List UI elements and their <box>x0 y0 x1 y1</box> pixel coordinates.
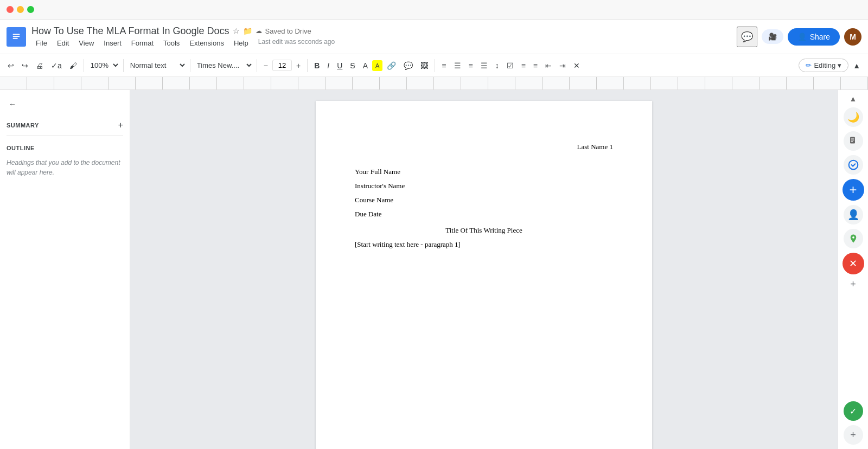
menu-file[interactable]: File <box>31 38 52 48</box>
paint-format-button[interactable]: 🖌 <box>66 59 80 72</box>
separator-6 <box>435 59 435 72</box>
bold-button[interactable]: B <box>311 59 323 72</box>
comment-button[interactable]: 💬 <box>737 27 757 47</box>
line-spacing-button[interactable]: ↕ <box>492 59 502 72</box>
maximize-button[interactable] <box>27 6 34 13</box>
comment-inline-button[interactable]: 💬 <box>400 59 416 72</box>
last-edit: Last edit was seconds ago <box>258 38 335 48</box>
summary-divider <box>7 136 123 136</box>
increase-indent-button[interactable]: ⇥ <box>556 59 569 72</box>
separator-2 <box>123 59 124 72</box>
font-size-increase[interactable]: + <box>293 59 304 72</box>
text-color-button[interactable]: A <box>360 59 371 72</box>
svg-point-9 <box>852 236 854 239</box>
font-size-control: − + <box>260 59 304 72</box>
outline-hint: Headings that you add to the document wi… <box>7 158 123 177</box>
meet-icon: 🎥 <box>768 33 777 41</box>
menu-view[interactable]: View <box>74 38 98 48</box>
star-icon[interactable]: ☆ <box>233 27 240 35</box>
menu-bar: File Edit View Insert Format Tools Exten… <box>31 38 731 48</box>
decrease-indent-button[interactable]: ⇤ <box>542 59 555 72</box>
add-small-button[interactable]: + <box>850 279 856 290</box>
svg-rect-2 <box>13 36 20 37</box>
meet-button[interactable]: 🎥 <box>762 29 783 44</box>
dark-mode-icon[interactable]: 🌙 <box>844 107 863 127</box>
underline-button[interactable]: U <box>334 59 346 72</box>
image-button[interactable]: 🖼 <box>417 59 431 72</box>
docs-panel-icon[interactable] <box>844 131 863 151</box>
undo-button[interactable]: ↩ <box>4 59 17 72</box>
checklist-button[interactable]: ☑ <box>503 59 517 72</box>
document-page[interactable]: Last Name 1 Your Full Name Instructor's … <box>316 101 652 449</box>
svg-rect-5 <box>851 139 854 139</box>
collapse-toolbar-button[interactable]: ▲ <box>850 59 864 72</box>
tasks-icon[interactable] <box>844 155 863 175</box>
align-center-button[interactable]: ☰ <box>451 59 464 72</box>
user-avatar[interactable]: M <box>844 28 861 46</box>
maps-icon[interactable] <box>844 229 863 248</box>
paragraph-1[interactable]: [Start writing text here - paragraph 1] <box>355 238 613 252</box>
docs-logo <box>7 27 26 47</box>
back-arrow-icon: ← <box>9 100 16 108</box>
menu-extensions[interactable]: Extensions <box>185 38 228 48</box>
sidebar-summary-section: SUMMARY + <box>7 118 123 136</box>
doc-title-row: How To Use The MLA Format In Google Docs… <box>31 25 731 37</box>
menu-help[interactable]: Help <box>229 38 253 48</box>
align-justify-button[interactable]: ☰ <box>477 59 491 72</box>
doc-title: How To Use The MLA Format In Google Docs <box>31 25 229 37</box>
summary-title: SUMMARY <box>7 122 39 129</box>
italic-button[interactable]: I <box>324 59 333 72</box>
svg-rect-7 <box>851 141 853 142</box>
highlight-button[interactable]: A <box>372 60 382 71</box>
collapse-panel-button[interactable]: ▲ <box>850 94 857 103</box>
menu-edit[interactable]: Edit <box>53 38 73 48</box>
chevron-down-icon: ▾ <box>838 61 841 69</box>
writing-title: Title Of This Writing Piece <box>355 223 613 238</box>
font-size-input[interactable] <box>272 60 292 71</box>
course-name-line: Course Name <box>355 193 613 207</box>
minimize-button[interactable] <box>17 6 24 13</box>
align-right-button[interactable]: ≡ <box>465 59 476 72</box>
zoom-select[interactable]: 100% <box>87 59 120 72</box>
close-panel-icon[interactable]: ✕ <box>843 253 864 274</box>
strikethrough-button[interactable]: S <box>347 59 358 72</box>
spellcheck-button[interactable]: ✓a <box>48 59 65 72</box>
document-area[interactable]: Last Name 1 Your Full Name Instructor's … <box>130 90 838 449</box>
editing-mode-button[interactable]: ✏ Editing ▾ <box>799 59 848 72</box>
add-summary-button[interactable]: + <box>118 120 123 130</box>
print-button[interactable]: 🖨 <box>33 59 47 72</box>
author-name-line: Your Full Name <box>355 165 613 179</box>
numbered-list-button[interactable]: ≡ <box>530 59 541 72</box>
share-button[interactable]: 👤 Share <box>788 28 840 46</box>
font-select[interactable]: Times New.... <box>194 59 253 72</box>
text-style-select[interactable]: Normal text <box>127 59 187 72</box>
link-button[interactable]: 🔗 <box>384 59 399 72</box>
menu-tools[interactable]: Tools <box>159 38 184 48</box>
separator-4 <box>257 59 257 72</box>
bullet-list-button[interactable]: ≡ <box>518 59 529 72</box>
due-date-line: Due Date <box>355 207 613 221</box>
check-icon[interactable]: ✓ <box>844 401 863 421</box>
traffic-lights <box>7 6 34 13</box>
sidebar-back-button[interactable]: ← <box>7 97 123 112</box>
editing-mode-label: Editing <box>814 61 835 69</box>
header-right: 💬 🎥 👤 Share M <box>737 27 861 47</box>
separator-1 <box>84 59 84 72</box>
separator-3 <box>190 59 190 72</box>
right-panel: ▲ 🌙 + 👤 ✕ + ✓ + <box>838 90 868 449</box>
menu-format[interactable]: Format <box>127 38 158 48</box>
folder-icon[interactable]: 📁 <box>243 27 252 35</box>
align-left-button[interactable]: ≡ <box>438 59 449 72</box>
add-button[interactable]: + <box>843 179 864 201</box>
add-bottom-icon[interactable]: + <box>844 425 863 445</box>
ruler-content <box>0 77 868 89</box>
menu-insert[interactable]: Insert <box>99 38 126 48</box>
close-button[interactable] <box>7 6 14 13</box>
toolbar: ↩ ↪ 🖨 ✓a 🖌 100% Normal text Times New...… <box>0 54 868 77</box>
font-size-decrease[interactable]: − <box>260 59 271 72</box>
sidebar: ← SUMMARY + OUTLINE Headings that you ad… <box>0 90 130 449</box>
page-content: Your Full Name Instructor's Name Course … <box>355 165 613 252</box>
redo-button[interactable]: ↪ <box>18 59 31 72</box>
people-icon[interactable]: 👤 <box>844 205 863 224</box>
clear-formatting-button[interactable]: ✕ <box>570 59 583 72</box>
